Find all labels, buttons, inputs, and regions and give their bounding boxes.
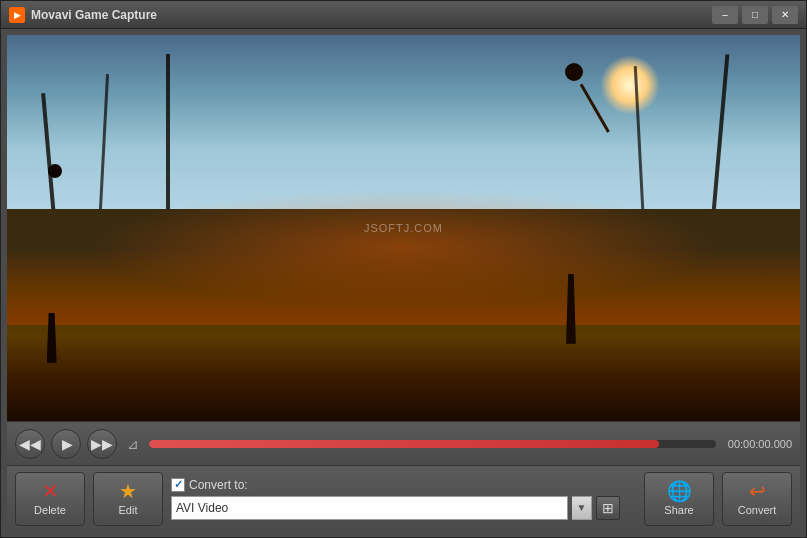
fire-base [7,247,800,324]
scene-sun [600,55,660,115]
app-icon: ▶ [9,7,25,23]
edit-label: Edit [119,504,138,516]
minimize-button[interactable]: – [712,6,738,24]
play-icon: ▶ [62,436,73,452]
convert-label: Convert [738,504,777,516]
checkmark-icon: ✓ [174,478,183,491]
filter-icon: ⊿ [127,436,139,452]
delete-icon: ✕ [42,481,59,501]
edit-button[interactable]: ★ Edit [93,472,163,526]
left-warrior-head [48,164,62,178]
edit-icon: ★ [119,481,137,501]
convert-label-row: ✓ Convert to: [171,478,620,492]
title-bar: ▶ Movavi Game Capture – □ ✕ [1,1,806,29]
share-icon: 🌐 [667,481,692,501]
play-button[interactable]: ▶ [51,429,81,459]
dropdown-arrow[interactable]: ▼ [572,496,592,520]
close-button[interactable]: ✕ [772,6,798,24]
share-button[interactable]: 🌐 Share [644,472,714,526]
delete-button[interactable]: ✕ Delete [15,472,85,526]
rewind-button[interactable]: ◀◀ [15,429,45,459]
forward-icon: ▶▶ [91,436,113,452]
convert-section: ✓ Convert to: AVI Video MP4 Video MOV Vi… [171,478,620,520]
window-title: Movavi Game Capture [31,8,712,22]
progress-bar[interactable] [149,440,716,448]
bottom-bar: ✕ Delete ★ Edit ✓ Convert to: AVI Video … [7,465,800,531]
settings-button[interactable]: ⊞ [596,496,620,520]
rewind-icon: ◀◀ [19,436,41,452]
delete-label: Delete [34,504,66,516]
controls-bar: ◀◀ ▶ ▶▶ ⊿ 00:00:00.000 [7,421,800,465]
format-select[interactable]: AVI Video MP4 Video MOV Video WMV Video … [171,496,568,520]
main-window: ▶ Movavi Game Capture – □ ✕ [0,0,807,538]
time-display: 00:00:00.000 [728,438,792,450]
video-area: JSOFTJ.COM [7,35,800,421]
video-content: JSOFTJ.COM [7,35,800,421]
chevron-down-icon: ▼ [577,502,587,513]
convert-checkbox[interactable]: ✓ [171,478,185,492]
window-controls: – □ ✕ [712,6,798,24]
warrior-head [565,63,583,81]
progress-fill [149,440,659,448]
format-dropdown-row: AVI Video MP4 Video MOV Video WMV Video … [171,496,620,520]
settings-icon: ⊞ [602,500,614,516]
convert-label: Convert to: [189,478,248,492]
forward-button[interactable]: ▶▶ [87,429,117,459]
convert-button[interactable]: ↩ Convert [722,472,792,526]
maximize-button[interactable]: □ [742,6,768,24]
filter-button[interactable]: ⊿ [123,434,143,454]
convert-icon: ↩ [749,481,766,501]
share-label: Share [664,504,693,516]
